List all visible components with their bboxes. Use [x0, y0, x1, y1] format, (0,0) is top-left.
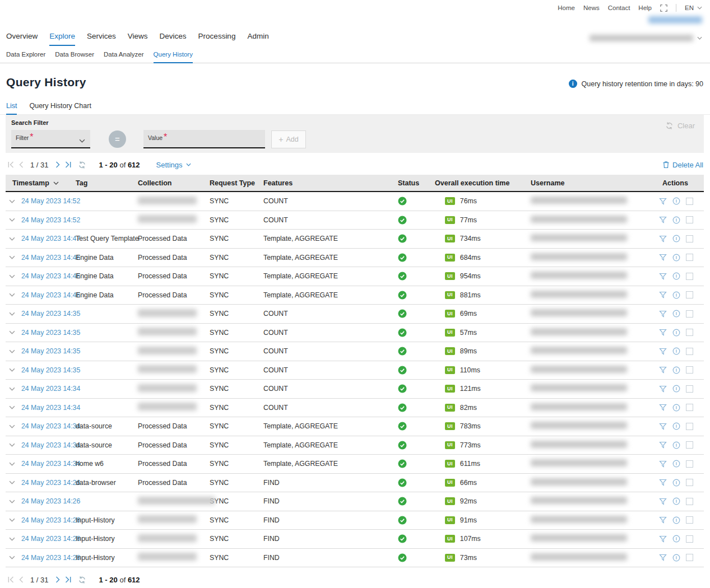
- query-info-icon[interactable]: [672, 216, 680, 224]
- filter-funnel-icon[interactable]: [659, 385, 667, 393]
- row-timestamp[interactable]: 24 May 2023 14:26: [21, 516, 76, 524]
- query-info-icon[interactable]: [672, 291, 680, 299]
- row-checkbox[interactable]: [686, 216, 693, 223]
- row-timestamp[interactable]: 24 May 2023 14:46: [21, 291, 76, 299]
- row-checkbox[interactable]: [686, 235, 693, 242]
- row-timestamp[interactable]: 24 May 2023 14:47: [21, 235, 76, 242]
- first-page-button[interactable]: [8, 161, 14, 168]
- row-checkbox[interactable]: [686, 423, 693, 430]
- delete-all-button[interactable]: Delete All: [662, 161, 703, 169]
- filter-funnel-icon[interactable]: [659, 291, 667, 298]
- row-checkbox[interactable]: [686, 516, 693, 524]
- last-page-button[interactable]: [65, 161, 71, 168]
- filter-funnel-icon[interactable]: [659, 329, 667, 336]
- row-expand-chevron[interactable]: [6, 293, 21, 297]
- row-timestamp[interactable]: 24 May 2023 14:46: [21, 254, 76, 262]
- filter-funnel-icon[interactable]: [659, 366, 667, 374]
- filter-funnel-icon[interactable]: [659, 235, 667, 242]
- row-checkbox[interactable]: [686, 254, 693, 261]
- topbar-link-news[interactable]: News: [583, 4, 600, 11]
- row-expand-chevron[interactable]: [6, 199, 21, 203]
- row-checkbox[interactable]: [686, 554, 693, 561]
- row-expand-chevron[interactable]: [6, 537, 21, 541]
- filter-select[interactable]: Filter*: [11, 130, 90, 148]
- row-timestamp[interactable]: 24 May 2023 14:34: [21, 385, 76, 393]
- row-expand-chevron[interactable]: [6, 556, 21, 559]
- tab-query-history-chart[interactable]: Query History Chart: [29, 102, 91, 115]
- fullscreen-icon[interactable]: [660, 4, 667, 12]
- filter-funnel-icon[interactable]: [659, 498, 667, 505]
- query-info-icon[interactable]: [672, 422, 680, 430]
- nav-item-devices[interactable]: Devices: [160, 32, 187, 46]
- row-expand-chevron[interactable]: [6, 443, 21, 447]
- filter-funnel-icon[interactable]: [659, 423, 667, 430]
- subnav-item-data-browser[interactable]: Data Browser: [55, 51, 94, 63]
- tab-list[interactable]: List: [6, 102, 17, 115]
- query-info-icon[interactable]: [672, 497, 680, 505]
- filter-funnel-icon[interactable]: [659, 254, 667, 261]
- row-checkbox[interactable]: [686, 498, 693, 505]
- query-info-icon[interactable]: [672, 479, 680, 487]
- settings-button[interactable]: Settings: [156, 161, 191, 169]
- redacted-tenant-link[interactable]: [648, 16, 702, 24]
- filter-funnel-icon[interactable]: [659, 460, 667, 468]
- row-timestamp[interactable]: 24 May 2023 14:26: [21, 554, 76, 562]
- query-info-icon[interactable]: [672, 385, 680, 393]
- query-info-icon[interactable]: [672, 554, 680, 562]
- row-checkbox[interactable]: [686, 291, 693, 298]
- row-checkbox[interactable]: [686, 404, 693, 411]
- subnav-item-data-explorer[interactable]: Data Explorer: [6, 51, 45, 63]
- filter-funnel-icon[interactable]: [659, 198, 667, 205]
- row-checkbox[interactable]: [686, 366, 693, 374]
- row-expand-chevron[interactable]: [6, 368, 21, 372]
- row-timestamp[interactable]: 24 May 2023 14:35: [21, 310, 76, 318]
- refresh-icon[interactable]: [78, 161, 86, 169]
- row-timestamp[interactable]: 24 May 2023 14:34: [21, 441, 76, 449]
- row-expand-chevron[interactable]: [6, 218, 21, 222]
- next-page-button[interactable]: [55, 576, 60, 583]
- row-checkbox[interactable]: [686, 198, 693, 205]
- row-checkbox[interactable]: [686, 460, 693, 468]
- filter-funnel-icon[interactable]: [659, 479, 667, 486]
- row-timestamp[interactable]: 24 May 2023 14:26: [21, 479, 76, 487]
- row-expand-chevron[interactable]: [6, 462, 21, 466]
- row-checkbox[interactable]: [686, 385, 693, 393]
- query-info-icon[interactable]: [672, 366, 680, 374]
- row-timestamp[interactable]: 24 May 2023 14:52: [21, 197, 76, 205]
- nav-item-overview[interactable]: Overview: [6, 32, 38, 46]
- row-timestamp[interactable]: 24 May 2023 14:34: [21, 460, 76, 468]
- next-page-button[interactable]: [55, 161, 60, 168]
- query-info-icon[interactable]: [672, 235, 680, 242]
- row-expand-chevron[interactable]: [6, 424, 21, 428]
- row-timestamp[interactable]: 24 May 2023 14:35: [21, 347, 76, 355]
- row-timestamp[interactable]: 24 May 2023 14:26: [21, 535, 76, 543]
- row-expand-chevron[interactable]: [6, 349, 21, 353]
- row-checkbox[interactable]: [686, 535, 693, 543]
- filter-funnel-icon[interactable]: [659, 554, 667, 561]
- value-input[interactable]: Value*: [143, 130, 265, 148]
- row-expand-chevron[interactable]: [6, 255, 21, 259]
- row-expand-chevron[interactable]: [6, 237, 21, 241]
- query-info-icon[interactable]: [672, 347, 680, 355]
- filter-funnel-icon[interactable]: [659, 404, 667, 411]
- query-info-icon[interactable]: [672, 441, 680, 449]
- language-selector[interactable]: EN: [685, 4, 702, 11]
- topbar-link-contact[interactable]: Contact: [608, 4, 630, 11]
- topbar-link-home[interactable]: Home: [558, 4, 575, 11]
- first-page-button[interactable]: [8, 576, 14, 583]
- refresh-icon[interactable]: [78, 576, 86, 584]
- row-timestamp[interactable]: 24 May 2023 14:34: [21, 422, 76, 430]
- filter-funnel-icon[interactable]: [659, 348, 667, 355]
- query-info-icon[interactable]: [672, 516, 680, 524]
- filter-funnel-icon[interactable]: [659, 216, 667, 223]
- row-checkbox[interactable]: [686, 310, 693, 318]
- row-timestamp[interactable]: 24 May 2023 14:52: [21, 216, 76, 224]
- column-header-timestamp[interactable]: Timestamp: [6, 179, 76, 187]
- row-expand-chevron[interactable]: [6, 480, 21, 484]
- nav-item-admin[interactable]: Admin: [247, 32, 268, 46]
- row-expand-chevron[interactable]: [6, 405, 21, 409]
- add-filter-button[interactable]: Add: [271, 130, 306, 148]
- row-timestamp[interactable]: 24 May 2023 14:35: [21, 366, 76, 374]
- query-info-icon[interactable]: [672, 272, 680, 280]
- topbar-link-help[interactable]: Help: [638, 4, 652, 11]
